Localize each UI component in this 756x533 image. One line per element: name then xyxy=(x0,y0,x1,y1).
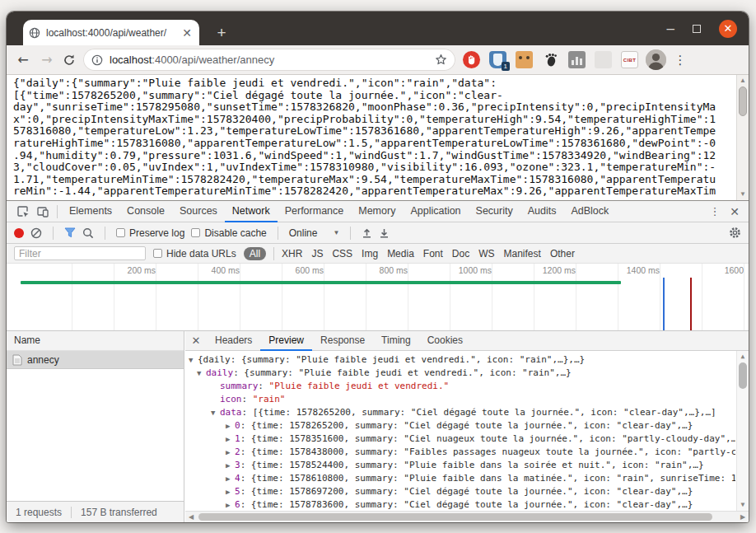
inspect-element-icon[interactable] xyxy=(13,203,33,220)
checkbox-icon[interactable] xyxy=(116,228,125,237)
devtools-tab-application[interactable]: Application xyxy=(403,201,468,222)
devtools-tab-elements[interactable]: Elements xyxy=(62,201,119,222)
browser-menu-icon[interactable]: ⋮ xyxy=(674,53,687,68)
reload-button[interactable] xyxy=(63,54,76,67)
detail-tab-preview[interactable]: Preview xyxy=(260,331,312,351)
tree-row[interactable]: ▶5: {time: 1578697200, summary: "Ciel dé… xyxy=(185,485,735,498)
detail-tab-timing[interactable]: Timing xyxy=(373,331,419,351)
filter-type-font[interactable]: Font xyxy=(423,248,443,259)
preview-scroll-thumb[interactable] xyxy=(739,362,747,389)
filter-funnel-icon[interactable] xyxy=(64,227,76,238)
page-vertical-scrollbar[interactable]: ▲ ▼ xyxy=(736,75,749,200)
page-scroll-thumb[interactable] xyxy=(739,86,747,116)
detail-tab-response[interactable]: Response xyxy=(312,331,373,351)
devtools-close-icon[interactable]: ✕ xyxy=(726,205,744,218)
tree-row[interactable]: ▶0: {time: 1578265200, summary: "Ciel dé… xyxy=(185,419,735,432)
tree-row[interactable]: ▼daily: {summary: "Pluie faible jeudi et… xyxy=(185,367,735,380)
window-minimize-button[interactable]: – xyxy=(667,25,674,33)
cibt-extension-icon[interactable]: CIBT xyxy=(621,51,638,68)
disclosure-closed-icon[interactable]: ▶ xyxy=(226,485,235,498)
preview-horizontal-scrollbar[interactable]: ◀ ▶ xyxy=(185,511,749,522)
scroll-down-icon[interactable]: ▼ xyxy=(737,500,749,510)
tree-row[interactable]: ▶2: {time: 1578438000, summary: "Faibles… xyxy=(185,446,735,459)
devtools-tab-console[interactable]: Console xyxy=(119,201,172,222)
devtools-menu-icon[interactable]: ⋮ xyxy=(706,205,724,217)
disclosure-closed-icon[interactable]: ▶ xyxy=(226,432,235,446)
disclosure-open-icon[interactable]: ▼ xyxy=(189,353,198,367)
checkbox-icon[interactable] xyxy=(153,249,162,258)
device-toolbar-icon[interactable] xyxy=(33,203,53,220)
record-network-log-button[interactable] xyxy=(14,228,24,238)
disclosure-closed-icon[interactable]: ▶ xyxy=(226,446,235,459)
preserve-log-checkbox[interactable]: Preserve log xyxy=(116,227,184,239)
scroll-left-icon[interactable]: ◀ xyxy=(185,512,197,522)
devtools-tab-adblock[interactable]: AdBlock xyxy=(563,201,616,222)
export-har-icon[interactable] xyxy=(379,227,390,238)
scroll-right-icon[interactable]: ▶ xyxy=(737,512,749,522)
search-icon[interactable] xyxy=(82,227,94,239)
devtools-tab-security[interactable]: Security xyxy=(469,201,520,222)
window-maximize-button[interactable] xyxy=(693,25,701,33)
detail-tab-headers[interactable]: Headers xyxy=(207,331,260,351)
filter-type-media[interactable]: Media xyxy=(387,248,414,259)
browser-tab[interactable]: localhost:4000/api/weather/ ✕ xyxy=(23,20,199,45)
import-har-icon[interactable] xyxy=(362,227,372,238)
filter-type-xhr[interactable]: XHR xyxy=(282,248,302,259)
adblock-hand-icon[interactable] xyxy=(463,51,480,68)
tree-row[interactable]: ▼data: [{time: 1578265200, summary: "Cie… xyxy=(185,406,735,419)
disclosure-closed-icon[interactable]: ▶ xyxy=(226,419,235,432)
disclosure-closed-icon[interactable]: ▶ xyxy=(226,472,235,485)
profile-avatar[interactable] xyxy=(646,49,666,70)
preview-vertical-scrollbar[interactable]: ▲ ▼ xyxy=(736,351,749,511)
disable-cache-checkbox[interactable]: Disable cache xyxy=(191,227,266,239)
filter-type-js[interactable]: JS xyxy=(311,248,323,259)
devtools-tab-audits[interactable]: Audits xyxy=(520,201,564,222)
checkbox-icon[interactable] xyxy=(191,228,200,237)
disclosure-open-icon[interactable]: ▼ xyxy=(211,406,220,419)
gnome-foot-icon[interactable] xyxy=(542,51,559,68)
scroll-up-icon[interactable]: ▲ xyxy=(737,352,749,362)
filter-type-all[interactable]: All xyxy=(244,247,266,260)
tree-row[interactable]: ▶1: {time: 1578351600, summary: "Ciel nu… xyxy=(185,432,735,446)
scroll-down-icon[interactable]: ▼ xyxy=(737,189,749,199)
filter-type-other[interactable]: Other xyxy=(550,248,575,259)
tree-row[interactable]: ▶3: {time: 1578524400, summary: "Pluie f… xyxy=(185,459,735,472)
filter-type-css[interactable]: CSS xyxy=(332,248,352,259)
network-filter-input[interactable] xyxy=(14,246,146,260)
bookmark-star-icon[interactable] xyxy=(435,54,447,66)
request-row-annecy[interactable]: annecy xyxy=(7,351,184,369)
robot-extension-icon[interactable] xyxy=(516,51,533,68)
network-overview-timeline[interactable]: 200 ms 400 ms 600 ms 800 ms 1000 ms 1200… xyxy=(7,264,749,331)
detail-tab-cookies[interactable]: Cookies xyxy=(419,331,471,351)
tree-row[interactable]: ▶6: {time: 1578783600, summary: "Ciel dé… xyxy=(185,498,735,511)
filter-type-img[interactable]: Img xyxy=(362,248,378,259)
tab-close-icon[interactable]: ✕ xyxy=(180,27,194,39)
filter-type-doc[interactable]: Doc xyxy=(452,248,469,259)
tree-row[interactable]: ▼{daily: {summary: "Pluie faible jeudi e… xyxy=(185,353,735,367)
network-settings-gear-icon[interactable] xyxy=(729,227,741,239)
window-close-button[interactable]: ✕ xyxy=(719,20,737,38)
json-preview-tree[interactable]: ▼{daily: {summary: "Pluie faible jeudi e… xyxy=(185,351,749,511)
devtools-tab-performance[interactable]: Performance xyxy=(278,201,352,222)
name-column-header[interactable]: Name xyxy=(7,331,184,351)
devtools-tab-sources[interactable]: Sources xyxy=(172,201,225,222)
throttling-dropdown[interactable]: Online ▼ xyxy=(289,227,340,239)
tree-row[interactable]: summary: "Pluie faible jeudi et vendredi… xyxy=(185,380,735,393)
chart-extension-icon[interactable] xyxy=(568,51,586,68)
tree-row[interactable]: ▶4: {time: 1578610800, summary: "Pluie f… xyxy=(185,472,735,485)
new-tab-button[interactable]: + xyxy=(212,25,231,40)
back-button[interactable]: ← xyxy=(15,52,31,68)
devtools-tab-memory[interactable]: Memory xyxy=(351,201,403,222)
disclosure-closed-icon[interactable]: ▶ xyxy=(226,498,235,511)
disclosure-open-icon[interactable]: ▼ xyxy=(197,367,206,380)
disclosure-closed-icon[interactable]: ▶ xyxy=(226,459,235,472)
scroll-up-icon[interactable]: ▲ xyxy=(737,76,749,86)
tree-row[interactable]: icon: "rain" xyxy=(185,393,735,406)
clear-network-log-icon[interactable] xyxy=(30,227,42,239)
address-bar[interactable]: localhost:4000/api/weather/annecy xyxy=(83,49,455,71)
filter-type-ws[interactable]: WS xyxy=(478,248,494,259)
shield-extension-icon[interactable]: 1 xyxy=(489,51,506,68)
disabled-extension-icon[interactable] xyxy=(595,51,612,68)
hide-data-urls-checkbox[interactable]: Hide data URLs xyxy=(153,248,236,259)
devtools-tab-network[interactable]: Network xyxy=(225,201,278,222)
